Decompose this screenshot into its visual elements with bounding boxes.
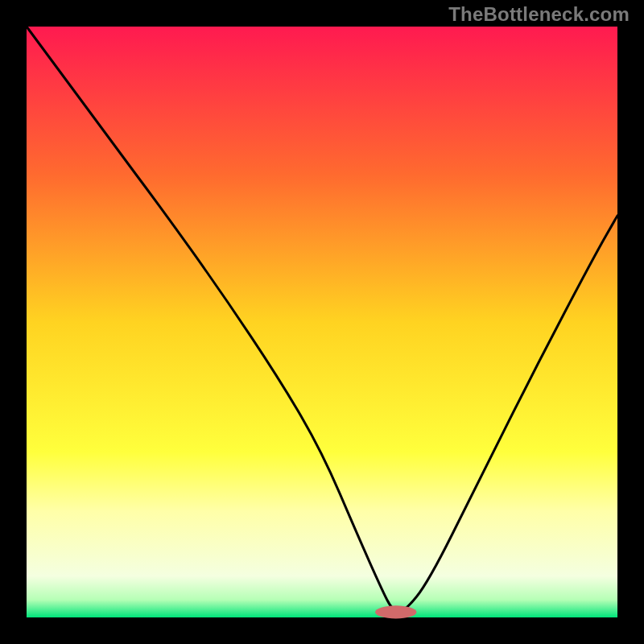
bottleneck-chart	[0, 0, 644, 644]
chart-frame: TheBottleneck.com	[0, 0, 644, 644]
watermark-text: TheBottleneck.com	[448, 3, 630, 26]
sweet-spot-marker	[375, 605, 416, 618]
plot-background	[27, 27, 617, 617]
